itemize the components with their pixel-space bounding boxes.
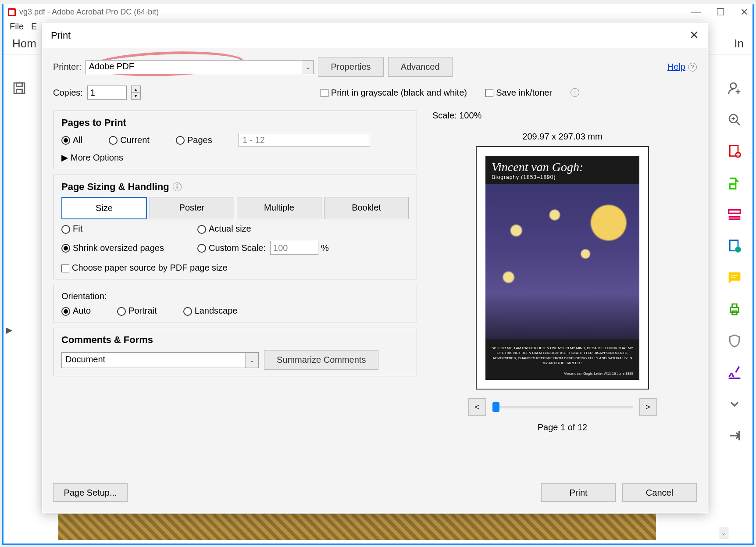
tab-booklet[interactable]: Booklet [324,197,409,219]
dialog-header: Print ✕ [42,22,708,48]
info-icon[interactable]: i [173,182,182,191]
radio-actual[interactable]: Actual size [197,224,409,234]
document-background [58,514,656,540]
pages-to-print-section: Pages to Print All Current Pages ▶ More … [53,111,417,169]
tab-poster[interactable]: Poster [150,197,234,219]
advanced-button[interactable]: Advanced [388,57,453,77]
dialog-footer: Page Setup... Print Cancel [42,477,708,513]
printer-label: Printer: [53,62,81,72]
close-icon[interactable]: ✕ [740,7,748,18]
preview-image [485,184,639,340]
custom-scale-input[interactable] [270,241,318,255]
protect-icon[interactable] [727,334,742,348]
save-icon[interactable] [12,81,26,95]
panel-expand-icon[interactable]: ▶ [6,325,12,335]
zoom-icon[interactable] [727,113,742,127]
tab-signin-clipped[interactable]: In [734,37,744,50]
orientation-section: Orientation: Auto Portrait Landscape [53,285,417,322]
chevron-down-icon: ⌄ [245,353,258,368]
dialog-close-icon[interactable]: ✕ [689,29,699,42]
pdf-icon [8,8,16,16]
chevron-down-icon[interactable] [727,397,742,411]
minimize-icon[interactable]: — [691,7,701,18]
left-toolbar [12,81,26,95]
radio-portrait[interactable]: Portrait [117,306,157,316]
app-titlebar: vg3.pdf - Adobe Acrobat Pro DC (64-bit) … [4,4,752,20]
svg-rect-1 [16,83,22,86]
svg-point-3 [731,83,736,89]
export-pdf-icon[interactable] [727,176,742,190]
printer-value: Adobe PDF [89,61,134,71]
svg-point-12 [735,247,741,252]
radio-shrink[interactable]: Shrink oversized pages [61,243,197,253]
page-dimensions: 209.97 x 297.03 mm [522,132,602,142]
comment-icon[interactable] [727,271,742,285]
maximize-icon[interactable]: ☐ [716,7,725,18]
menu-edit-clipped[interactable]: E [31,21,37,31]
chevron-down-icon: ⌄ [302,61,313,74]
scale-text: Scale: 100% [432,111,481,121]
pages-to-print-title: Pages to Print [61,117,409,129]
radio-custom-scale[interactable]: Custom Scale:% [197,241,409,255]
radio-pages[interactable]: Pages [176,135,212,145]
choose-paper-checkbox[interactable]: Choose paper source by PDF page size [61,263,228,272]
svg-rect-7 [730,184,735,189]
copies-spinner[interactable]: ▴▾ [131,86,141,100]
radio-fit[interactable]: Fit [61,224,197,234]
preview-quote: "AS FOR ME, I AM RATHER OFTEN UNEASY IN … [485,340,639,372]
preview-credit: Vincent van Gogh, Letter W11 16 June 188… [485,372,639,380]
sizing-title: Page Sizing & Handling [61,181,169,193]
more-options-toggle[interactable]: ▶ More Options [61,152,409,163]
menu-file[interactable]: File [10,21,24,31]
page-setup-button[interactable]: Page Setup... [53,483,128,502]
collapse-icon[interactable] [727,429,742,443]
tab-multiple[interactable]: Multiple [237,197,321,219]
scrollbar-down-icon[interactable]: ⌄ [719,527,728,539]
print-dialog: Print ✕ Printer: Adobe PDF ⌄ Properties … [42,22,708,513]
profile-add-icon[interactable] [727,81,742,95]
copies-input[interactable] [87,86,127,100]
sizing-section: Page Sizing & Handlingi Size Poster Mult… [53,175,417,279]
window-controls: — ☐ ✕ [691,7,748,18]
page-indicator: Page 1 of 12 [538,422,587,433]
sign-icon[interactable] [727,365,742,379]
tab-size[interactable]: Size [61,197,147,219]
summarize-button[interactable]: Summarize Comments [264,350,378,370]
preview-pane: Scale: 100% 209.97 x 297.03 mm Vincent v… [428,111,697,468]
radio-landscape[interactable]: Landscape [183,306,238,316]
app-title: vg3.pdf - Adobe Acrobat Pro DC (64-bit) [19,7,159,17]
pages-range-input[interactable] [239,133,370,147]
orientation-label: Orientation: [61,291,409,301]
next-page-button[interactable]: > [639,398,657,416]
slider-thumb[interactable] [492,402,499,412]
page-preview: Vincent van Gogh: Biography (1853–1890) … [476,146,649,390]
comments-select[interactable]: Document ⌄ [61,352,259,368]
radio-current[interactable]: Current [109,135,150,145]
svg-rect-16 [732,304,737,307]
svg-rect-0 [14,83,25,93]
tab-home-clipped[interactable]: Hom [12,37,36,50]
printer-select[interactable]: Adobe PDF ⌄ [86,60,314,74]
radio-all[interactable]: All [61,135,82,145]
save-ink-checkbox[interactable]: Save ink/toner [485,88,552,98]
radio-auto[interactable]: Auto [61,306,91,316]
help-icon: ? [688,63,697,72]
copies-row: Copies: ▴▾ Print in grayscale (black and… [53,86,697,100]
svg-rect-8 [729,210,741,213]
grayscale-checkbox[interactable]: Print in grayscale (black and white) [321,88,467,98]
help-link[interactable]: Help? [667,62,697,72]
create-pdf-icon[interactable] [727,144,742,158]
preview-title: Vincent van Gogh: [485,156,639,174]
print-icon[interactable] [727,302,742,316]
properties-button[interactable]: Properties [318,57,383,77]
page-slider[interactable] [492,406,633,408]
printer-row: Printer: Adobe PDF ⌄ Properties Advanced… [53,57,697,77]
share-icon[interactable] [727,239,742,253]
cancel-button[interactable]: Cancel [622,483,697,502]
prev-page-button[interactable]: < [468,398,486,416]
organize-icon[interactable] [727,207,742,222]
copies-label: Copies: [53,88,83,98]
right-toolbar [727,81,742,443]
print-button[interactable]: Print [541,483,616,502]
info-icon[interactable]: i [571,88,579,97]
